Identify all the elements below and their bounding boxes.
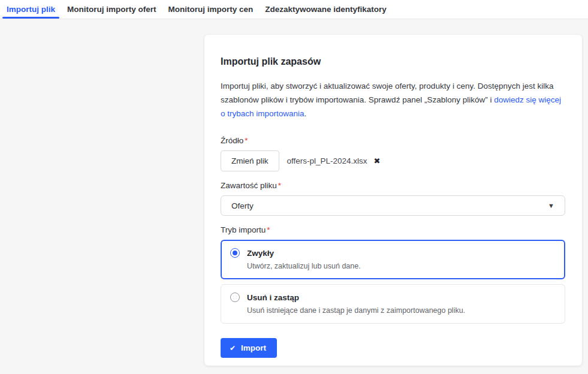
required-asterisk: * [245,136,248,145]
tab-monitoruj-importy-ofert[interactable]: Monitoruj importy ofert [63,0,161,19]
card-title: Importuj plik zapasów [221,56,565,67]
import-mode-label: Tryb importu* [221,225,565,234]
import-mode-option-normal[interactable]: Zwykły Utwórz, zaktualizuj lub usuń dane… [221,240,565,279]
mode-option-description: Utwórz, zaktualizuj lub usuń dane. [247,262,555,270]
file-content-select[interactable]: Oferty ▼ [221,195,565,216]
page-background: Importuj plik zapasów Importuj pliki, ab… [0,19,588,374]
change-file-button[interactable]: Zmień plik [221,150,279,171]
import-mode-option-delete-replace[interactable]: Usuń i zastąp Usuń istniejące dane i zas… [221,284,565,324]
chevron-down-icon: ▼ [548,202,554,209]
import-button-label: Import [241,343,266,352]
mode-option-header: Usuń i zastąp [230,292,555,302]
file-content-selected-value: Oferty [231,201,254,210]
description-period: . [304,109,307,118]
card-description: Importuj pliki, aby stworzyć i aktualizo… [221,79,565,120]
radio-unselected-icon[interactable] [230,292,240,302]
mode-option-header: Zwykły [230,248,555,258]
tab-monitoruj-importy-cen[interactable]: Monitoruj importy cen [164,0,258,19]
remove-file-icon[interactable]: ✖ [374,156,381,165]
import-mode-label-text: Tryb importu [221,225,266,234]
import-button[interactable]: ✔ Import [221,338,277,358]
mode-option-title: Usuń i zastąp [247,293,299,302]
mode-option-description: Usuń istniejące dane i zastąp je danymi … [247,306,555,315]
file-content-label: Zawartość pliku* [221,181,565,190]
source-label: Źródło* [221,136,565,145]
source-file-row: Zmień plik offers-pl_PL-2024.xlsx ✖ [221,150,565,171]
selected-file-name: offers-pl_PL-2024.xlsx [287,156,367,165]
file-content-label-text: Zawartość pliku [221,181,277,190]
radio-selected-icon[interactable] [230,248,240,258]
import-card: Importuj plik zapasów Importuj pliki, ab… [204,35,582,366]
tab-bar: Importuj plik Monitoruj importy ofert Mo… [0,0,588,19]
source-label-text: Źródło [221,136,243,145]
tab-importuj-plik[interactable]: Importuj plik [2,0,59,19]
required-asterisk: * [278,181,281,190]
tab-zdezaktywowane-identyfikatory[interactable]: Zdezaktywowane identyfikatory [261,0,391,19]
required-asterisk: * [267,225,270,234]
mode-option-title: Zwykły [247,249,274,258]
check-icon: ✔ [230,344,236,352]
